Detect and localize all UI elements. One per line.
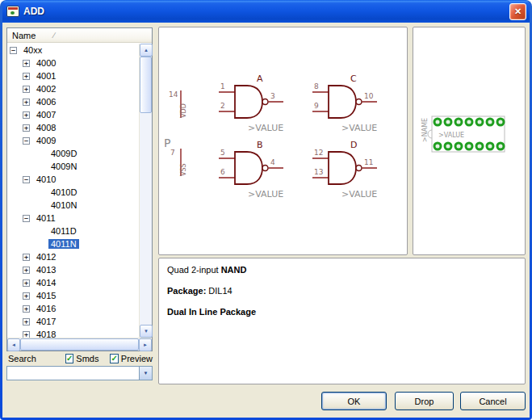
tree-item-label[interactable]: 4017 — [34, 317, 58, 326]
tree-item-label[interactable]: 4002 — [34, 84, 58, 94]
scroll-right-icon[interactable]: ► — [139, 338, 152, 351]
preview-checkbox[interactable]: ✓ — [110, 354, 118, 363]
tree-item-label[interactable]: 4001 — [34, 71, 58, 81]
tree-column-header-name[interactable]: Name ∕ — [7, 28, 152, 43]
svg-text:4: 4 — [270, 158, 275, 166]
expand-icon[interactable]: + — [23, 99, 30, 106]
svg-text:>VALUE: >VALUE — [248, 189, 283, 200]
tree-item-4011[interactable]: −4011 — [7, 212, 139, 225]
expand-icon[interactable]: + — [23, 331, 30, 338]
tree-item-4006[interactable]: +4006 — [7, 95, 139, 108]
tree-item-4002[interactable]: +4002 — [7, 82, 139, 95]
expand-icon[interactable]: + — [23, 73, 30, 80]
horizontal-scrollbar[interactable]: ◄ ► — [7, 338, 152, 351]
expand-icon[interactable]: + — [23, 111, 30, 119]
tree-item-4011d[interactable]: 4011D — [7, 225, 139, 237]
tree-item-4015[interactable]: +4015 — [7, 289, 139, 302]
svg-text:11: 11 — [364, 158, 373, 166]
tree-item-4010d[interactable]: 4010D — [7, 186, 139, 199]
scroll-left-icon[interactable]: ◄ — [7, 338, 20, 351]
expand-icon[interactable]: + — [23, 305, 30, 313]
tree-item-label[interactable]: 40xx — [21, 45, 44, 55]
pad — [455, 119, 462, 125]
nand-gate-c: C 8 9 10 >VALUE — [312, 74, 377, 133]
dialog-client-area: Name ∕ −40xx+4000+4001+4002+4006+4007+40… — [2, 23, 530, 418]
expand-icon[interactable]: + — [23, 254, 30, 261]
search-input[interactable] — [7, 367, 139, 380]
expand-icon[interactable]: + — [23, 60, 30, 67]
tree-item-label[interactable]: 4007 — [34, 110, 58, 120]
tree-item-label[interactable]: 4014 — [34, 278, 58, 288]
tree-item-label[interactable]: 4000 — [34, 58, 58, 68]
tree-item-label[interactable]: 4011 — [34, 213, 58, 223]
tree-item-label[interactable]: 4012 — [34, 252, 58, 262]
expand-icon[interactable]: + — [23, 124, 30, 132]
tree-item-4012[interactable]: +4012 — [7, 250, 139, 263]
scroll-down-icon[interactable]: ▼ — [140, 325, 153, 338]
tree-item-4009n[interactable]: 4009N — [7, 160, 139, 173]
collapse-icon[interactable]: − — [10, 47, 17, 54]
svg-text:3: 3 — [270, 92, 275, 100]
tree-item-4011n[interactable]: 4011N — [7, 237, 139, 250]
tree-item-4007[interactable]: +4007 — [7, 108, 139, 121]
combo-dropdown-icon[interactable]: ▼ — [139, 367, 152, 380]
tree-item-label[interactable]: 4009 — [34, 136, 58, 145]
tree-item-label[interactable]: 4009D — [48, 149, 79, 158]
scroll-up-icon[interactable]: ▲ — [140, 44, 153, 57]
cancel-button[interactable]: Cancel — [460, 392, 526, 410]
tree-item-label[interactable]: 4018 — [34, 330, 58, 338]
pad — [434, 143, 441, 149]
svg-text:1: 1 — [220, 82, 225, 90]
svg-text:A: A — [257, 74, 263, 84]
expand-icon[interactable]: + — [23, 318, 30, 326]
vertical-scrollbar[interactable]: ▲ ▼ — [139, 44, 152, 338]
tree-item-label[interactable]: 4010D — [48, 187, 79, 197]
tree-item-4010n[interactable]: 4010N — [7, 199, 139, 212]
vertical-scrollbar-thumb[interactable] — [140, 57, 152, 113]
tree-item-4009[interactable]: −4009 — [7, 134, 139, 147]
tree-item-40xx[interactable]: −40xx — [7, 44, 139, 57]
tree-item-4000[interactable]: +4000 — [7, 57, 139, 69]
title-bar[interactable]: ADD ✕ — [2, 0, 530, 23]
tree-item-label[interactable]: 4008 — [34, 123, 58, 132]
tree-item-4018[interactable]: +4018 — [7, 328, 139, 338]
svg-text:10: 10 — [364, 92, 374, 100]
tree-item-4001[interactable]: +4001 — [7, 69, 139, 82]
collapse-icon[interactable]: − — [23, 215, 30, 222]
tree-item-label[interactable]: 4009N — [48, 162, 79, 171]
nand-gate-b: B 5 6 4 >VALUE — [219, 140, 283, 200]
smds-checkbox-label: Smds — [76, 354, 98, 363]
pad — [466, 143, 472, 149]
tree-item-label[interactable]: 4016 — [34, 304, 58, 313]
tree-item-4017[interactable]: +4017 — [7, 315, 139, 328]
tree-item-label[interactable]: 4010N — [48, 200, 79, 210]
tree-item-label[interactable]: 4006 — [34, 97, 58, 107]
expand-icon[interactable]: + — [23, 292, 30, 300]
tree-item-4013[interactable]: +4013 — [7, 263, 139, 276]
close-icon[interactable]: ✕ — [509, 3, 526, 20]
expand-icon[interactable]: + — [23, 267, 30, 274]
tree-item-4008[interactable]: +4008 — [7, 121, 139, 134]
expand-icon[interactable]: + — [23, 86, 30, 93]
expand-icon[interactable]: + — [23, 279, 30, 287]
collapse-icon[interactable]: − — [23, 137, 30, 145]
tree-item-label[interactable]: 4013 — [34, 265, 58, 275]
collapse-icon[interactable]: − — [23, 176, 30, 183]
tree-item-label[interactable]: 4011D — [48, 226, 79, 236]
tree-item-4010[interactable]: −4010 — [7, 173, 139, 186]
pad — [476, 143, 483, 149]
tree-item-label[interactable]: 4015 — [34, 291, 58, 300]
tree-item-label[interactable]: 4010 — [34, 174, 58, 184]
ok-button[interactable]: OK — [321, 392, 387, 410]
horizontal-scrollbar-thumb[interactable] — [20, 338, 139, 351]
tree-item-label[interactable]: 4011N — [48, 239, 79, 249]
tree-item-4016[interactable]: +4016 — [7, 302, 139, 315]
tree-item-4009d[interactable]: 4009D — [7, 147, 139, 160]
drop-button[interactable]: Drop — [395, 392, 454, 410]
search-combobox[interactable]: ▼ — [6, 366, 153, 380]
pad — [466, 119, 472, 125]
pad — [487, 119, 493, 125]
search-row: Search ✓ Smds ✓ Preview — [6, 352, 153, 365]
smds-checkbox[interactable]: ✓ — [65, 354, 73, 363]
tree-item-4014[interactable]: +4014 — [7, 276, 139, 289]
